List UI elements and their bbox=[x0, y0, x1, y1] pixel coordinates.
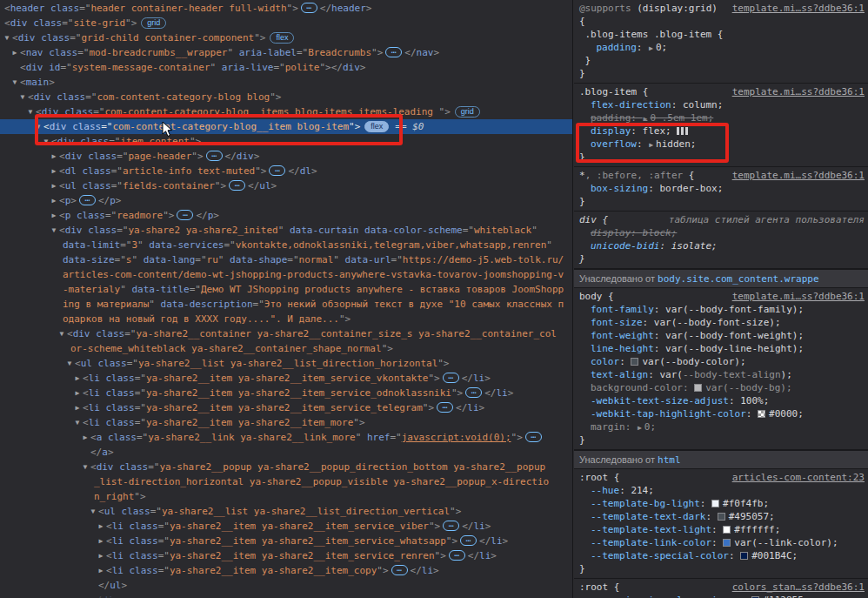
markup-node-row[interactable]: ▶<a class="ya-share2__link ya-share2__li… bbox=[0, 430, 572, 445]
show-more-icon[interactable]: ⋯ bbox=[229, 180, 245, 191]
expand-arrow-icon[interactable]: ▼ bbox=[50, 223, 58, 238]
markup-node-row[interactable]: ▶<li class="ya-share2__item ya-share2__i… bbox=[0, 548, 572, 563]
stylesheet-source-link[interactable]: template.mi…ss?ddbe36:1 bbox=[732, 290, 865, 303]
rule-selector[interactable]: div { bbox=[579, 213, 608, 226]
value-expander-icon[interactable]: ▶ bbox=[649, 44, 653, 52]
css-declaration[interactable]: display: block; bbox=[591, 227, 677, 239]
css-property-value[interactable]: var(--body-font-weight) bbox=[665, 330, 798, 341]
css-declaration[interactable]: --cassiopeia-color-primary: #112855; bbox=[591, 595, 809, 598]
css-property-value[interactable]: #495057 bbox=[729, 511, 769, 522]
color-swatch[interactable] bbox=[740, 552, 748, 560]
show-more-icon[interactable]: ⋯ bbox=[449, 550, 465, 561]
css-property-name[interactable]: background-color bbox=[591, 382, 683, 393]
color-swatch[interactable] bbox=[711, 500, 719, 507]
css-property-name[interactable]: margin bbox=[591, 421, 625, 433]
markup-node-row[interactable]: ▶<li class="ya-share2__item ya-share2__i… bbox=[0, 400, 572, 415]
color-swatch[interactable] bbox=[694, 384, 702, 392]
expand-arrow-icon[interactable]: ▼ bbox=[81, 460, 90, 474]
show-more-icon[interactable]: ⋯ bbox=[437, 402, 453, 413]
markup-node-row[interactable]: ing в материалы" data-description="Это н… bbox=[0, 297, 572, 312]
css-declaration[interactable]: --template-special-color: #001B4C; bbox=[591, 550, 798, 561]
css-declaration[interactable]: --template-bg-light: #f0f4fb; bbox=[591, 498, 769, 509]
rule-selector[interactable]: *, :before, :after { bbox=[579, 169, 694, 182]
markup-node-row[interactable]: ▼<main> bbox=[0, 75, 572, 90]
css-property-value[interactable]: var(--body-font-size) bbox=[654, 317, 775, 328]
css-property-value[interactable]: 214 bbox=[631, 485, 648, 496]
css-property-name[interactable]: text-align bbox=[591, 369, 648, 380]
css-declaration[interactable]: flex-direction: column; bbox=[591, 99, 723, 111]
markup-node-row[interactable]: ▶<ul class="fields-container">⋯</ul> bbox=[0, 178, 572, 193]
stylesheet-source-link[interactable]: colors_stan…ss?ddbe36:1 bbox=[732, 581, 865, 594]
markup-node-row[interactable]: </div> bbox=[0, 593, 572, 598]
markup-node-row[interactable]: ▼<div class="ya-share2 ya-share2_inited"… bbox=[0, 223, 572, 238]
css-declaration[interactable]: text-align: var(--body-text-align); bbox=[591, 369, 792, 380]
css-property-value[interactable]: #f0f4fb bbox=[723, 498, 763, 509]
css-declaration[interactable]: color: var(--body-color); bbox=[591, 356, 746, 367]
markup-node-row[interactable]: ▼<ul class="ya-share2__list ya-share2__l… bbox=[0, 356, 572, 371]
css-property-value[interactable]: #0000 bbox=[769, 408, 798, 420]
markup-node-row[interactable]: _list-direction_horizontal ya-share2__po… bbox=[0, 474, 572, 489]
css-property-value[interactable]: var(--link-color) bbox=[734, 537, 832, 548]
color-swatch[interactable] bbox=[723, 539, 731, 547]
css-declaration[interactable]: --template-text-dark: #495057; bbox=[591, 511, 775, 522]
rule-selector[interactable]: :root { bbox=[579, 581, 619, 594]
css-declaration[interactable]: display: flex; bbox=[591, 125, 671, 137]
markup-node-row[interactable]: </a> bbox=[0, 445, 572, 460]
markup-node-row[interactable]: ▶<li class="ya-share2__item ya-share2__i… bbox=[0, 519, 572, 534]
markup-node-row[interactable]: ▼<li class="ya-share2__item ya-share2__i… bbox=[0, 415, 572, 430]
css-rules-panel[interactable]: @supports (display:grid)template.mi…ss?d… bbox=[574, 0, 868, 598]
expand-arrow-icon[interactable]: ▶ bbox=[50, 178, 58, 193]
expand-arrow-icon[interactable]: ▶ bbox=[50, 208, 58, 223]
css-property-value[interactable]: #112855 bbox=[763, 595, 803, 598]
expand-arrow-icon[interactable]: ▶ bbox=[10, 45, 19, 60]
markup-node-row-selected[interactable]: ▼<div class="com-content-category-blog__… bbox=[0, 119, 572, 134]
css-property-name[interactable]: --hue bbox=[591, 485, 619, 496]
show-more-icon[interactable]: ⋯ bbox=[177, 210, 193, 220]
markup-node-row[interactable]: data-limit="3" data-services="vkontakte,… bbox=[0, 238, 572, 252]
css-property-name[interactable]: box-sizing bbox=[591, 183, 648, 194]
css-property-name[interactable]: display bbox=[591, 125, 631, 137]
value-expander-icon[interactable]: ▶ bbox=[638, 424, 642, 432]
markup-node-row[interactable]: ▼<div class="com-content-category-blog b… bbox=[0, 90, 572, 104]
markup-node-row[interactable]: ▼<div class="item-content"> bbox=[0, 134, 572, 149]
expand-arrow-icon[interactable]: ▶ bbox=[73, 371, 82, 386]
rule-selector[interactable]: @supports (display:grid) bbox=[579, 2, 718, 15]
stylesheet-source-link[interactable]: articles-com-content:23 bbox=[732, 471, 865, 484]
expand-arrow-icon[interactable]: ▶ bbox=[50, 149, 58, 164]
show-more-icon[interactable]: ⋯ bbox=[385, 47, 402, 57]
css-property-name[interactable]: display bbox=[591, 227, 631, 239]
color-swatch[interactable] bbox=[631, 358, 638, 366]
css-property-name[interactable]: padding bbox=[591, 112, 631, 124]
expand-arrow-icon[interactable]: ▼ bbox=[18, 90, 27, 104]
markup-node-row[interactable]: ▶<dl class="article-info text-muted">⋯</… bbox=[0, 164, 572, 178]
markup-node-row[interactable]: <div class="site-grid">grid bbox=[0, 16, 572, 30]
css-declaration[interactable]: overflow: ▶hidden; bbox=[591, 138, 696, 150]
css-property-value[interactable]: #ffffff bbox=[734, 524, 774, 535]
rule-selector[interactable]: .blog-item { bbox=[579, 85, 648, 98]
expand-arrow-icon[interactable]: ▶ bbox=[97, 519, 105, 534]
css-property-value[interactable]: var(--body-bg) bbox=[705, 382, 786, 393]
show-more-icon[interactable]: ⋯ bbox=[79, 195, 96, 205]
expand-arrow-icon[interactable]: ▼ bbox=[10, 75, 19, 90]
css-declaration[interactable]: padding: ▶0 .5em 1em; bbox=[591, 112, 713, 124]
flex-highlighter-toggle-icon[interactable] bbox=[677, 127, 688, 135]
css-declaration[interactable]: -webkit-text-size-adjust: 100%; bbox=[591, 395, 769, 407]
css-declaration[interactable]: unicode-bidi: isolate; bbox=[591, 240, 718, 252]
expand-arrow-icon[interactable]: ▶ bbox=[73, 400, 82, 415]
expand-arrow-icon[interactable]: ▼ bbox=[89, 504, 97, 519]
markup-node-row[interactable]: n_right"> bbox=[0, 489, 572, 504]
css-property-name[interactable]: overflow bbox=[591, 138, 637, 150]
css-property-name[interactable]: --template-bg-light bbox=[591, 498, 700, 509]
css-property-name[interactable]: unicode-bidi bbox=[591, 240, 659, 252]
css-declaration[interactable]: font-family: var(--body-font-family); bbox=[591, 304, 804, 315]
value-expander-icon[interactable]: ▶ bbox=[649, 141, 653, 149]
markup-node-row[interactable]: ▼<div class="grid-child container-compon… bbox=[0, 30, 572, 45]
value-expander-icon[interactable]: ▶ bbox=[644, 115, 648, 123]
stylesheet-source-link[interactable]: template.mi…ss?ddbe36:1 bbox=[732, 2, 865, 15]
css-property-name[interactable]: color bbox=[591, 356, 619, 367]
css-declaration[interactable]: box-sizing: border-box; bbox=[591, 183, 723, 194]
inherited-element-link[interactable]: body.site.com_content.wrappe bbox=[658, 273, 818, 285]
css-property-value[interactable]: 0 bbox=[656, 42, 662, 53]
css-property-value[interactable]: hidden bbox=[656, 138, 691, 150]
css-property-value[interactable]: 100% bbox=[740, 395, 764, 407]
